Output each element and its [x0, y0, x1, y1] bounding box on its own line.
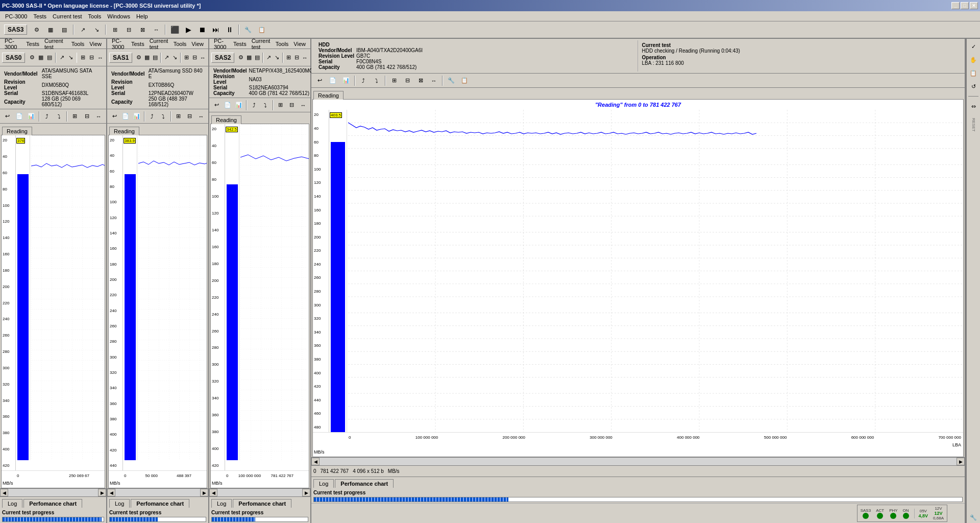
skip-button[interactable]: ⏭ [210, 23, 222, 36]
p3-menu-view[interactable]: View [291, 40, 308, 48]
p3-scroll-track[interactable] [217, 489, 302, 496]
p1-menu-tests[interactable]: Tests [23, 40, 42, 48]
p2-t2-1[interactable]: ↩ [109, 110, 119, 123]
menu-current-test[interactable]: Current test [50, 12, 85, 20]
p3-tb6[interactable]: ⊞ [285, 52, 292, 64]
p1-tb1[interactable]: ⚙ [28, 52, 36, 64]
menu-pc3000[interactable]: PC-3000 [2, 12, 30, 20]
close-button[interactable]: ✕ [970, 2, 978, 9]
p1-tb8[interactable]: ↔ [96, 52, 104, 64]
p4-t2-7[interactable]: ⊟ [401, 75, 413, 87]
p2-t2-3[interactable]: 📊 [132, 110, 142, 123]
minimize-button[interactable]: _ [951, 2, 960, 9]
p1-t2-4[interactable]: ⤴ [42, 110, 53, 123]
tb-icon-9[interactable]: ↔ [150, 23, 162, 36]
p1-tb4[interactable]: ↗ [58, 52, 66, 64]
menu-tools[interactable]: Tools [85, 12, 105, 20]
panel1-log-tab[interactable]: Log [2, 499, 22, 508]
p4-t2-2[interactable]: 📄 [327, 75, 339, 87]
p3-t2-8[interactable]: ↔ [298, 99, 308, 111]
p4-t2-4[interactable]: ⤴ [357, 75, 370, 87]
p1-t2-7[interactable]: ⊟ [81, 110, 92, 123]
panel4-reading-tab[interactable]: Reading [313, 91, 344, 100]
panel2-reading-tab[interactable]: Reading [109, 127, 139, 135]
p1-menu-view[interactable]: View [87, 40, 104, 48]
play-button[interactable]: ▶ [182, 23, 194, 36]
p2-menu-view[interactable]: View [189, 40, 206, 48]
p3-t2-3[interactable]: 📊 [234, 99, 244, 111]
right-icon-2[interactable]: ✋ [968, 54, 979, 65]
p1-scroll-track[interactable] [8, 489, 98, 496]
p4-t2-8[interactable]: ⊠ [414, 75, 427, 87]
p4-t2-6[interactable]: ⊞ [388, 75, 400, 87]
p2-scroll-track[interactable] [115, 489, 200, 496]
p2-t2-7[interactable]: ⊟ [185, 110, 195, 123]
right-icon-3[interactable]: 📋 [968, 67, 979, 79]
p2-t2-5[interactable]: ⤵ [158, 110, 168, 123]
panel4-scrollbar[interactable]: ◀ ▶ [311, 457, 965, 465]
right-icon-4[interactable]: ⇔ [968, 101, 979, 112]
panel2-log-tab[interactable]: Log [109, 499, 130, 508]
panel3-log-tab[interactable]: Log [211, 499, 232, 508]
p3-tb1[interactable]: ⚙ [237, 52, 244, 64]
p3-t2-1[interactable]: ↩ [211, 99, 222, 111]
p4-t2-9[interactable]: ↔ [428, 75, 440, 87]
p1-tb6[interactable]: ⊞ [79, 52, 87, 64]
p1-t2-6[interactable]: ⊞ [69, 110, 80, 123]
p2-t2-8[interactable]: ↔ [196, 110, 206, 123]
panel3-reading-tab[interactable]: Reading [211, 115, 241, 124]
p1-scroll-right[interactable]: ▶ [98, 489, 106, 496]
p4-scroll-left[interactable]: ◀ [311, 458, 320, 465]
right-icon-reset[interactable]: ↺ [968, 81, 979, 92]
panel3-perf-tab[interactable]: Perfomance chart [233, 499, 291, 508]
tb-icon-2[interactable]: ▦ [44, 23, 57, 36]
p3-t2-6[interactable]: ⊞ [276, 99, 286, 111]
pause-button[interactable]: ⏸ [224, 23, 236, 36]
panel4-perf-tab[interactable]: Perfomance chart [335, 479, 394, 488]
p3-tb3[interactable]: ▤ [254, 52, 261, 64]
p1-tb7[interactable]: ⊟ [88, 52, 95, 64]
p3-t2-4[interactable]: ⤴ [249, 99, 259, 111]
p1-menu-tools[interactable]: Tools [69, 40, 87, 48]
p4-scroll-right[interactable]: ▶ [957, 458, 965, 465]
p2-tb7[interactable]: ⊟ [191, 52, 199, 64]
p1-tb5[interactable]: ↘ [67, 52, 75, 64]
p2-tb5[interactable]: ↘ [172, 52, 179, 64]
p4-t2-11[interactable]: 📋 [458, 75, 471, 87]
p1-scroll-left[interactable]: ◀ [0, 489, 8, 496]
p4-scroll-track[interactable] [320, 458, 957, 465]
p3-tb5[interactable]: ↘ [274, 52, 281, 64]
p3-tb4[interactable]: ↗ [265, 52, 273, 64]
right-icon-1[interactable]: ✓ [968, 41, 979, 52]
p2-tb3[interactable]: ▤ [152, 52, 159, 64]
p2-tb2[interactable]: ▦ [143, 52, 151, 64]
p2-scroll-left[interactable]: ◀ [107, 489, 115, 496]
menu-help[interactable]: Help [133, 12, 151, 20]
tb-icon-5[interactable]: ↘ [90, 23, 103, 36]
tb-icon-6[interactable]: ⊞ [109, 23, 121, 36]
p4-t2-1[interactable]: ↩ [313, 75, 326, 87]
p3-t2-7[interactable]: ⊟ [287, 99, 297, 111]
p3-tb7[interactable]: ⊟ [293, 52, 301, 64]
p1-t2-5[interactable]: ⤵ [54, 110, 64, 123]
right-icon-settings[interactable]: 🔧 [968, 512, 979, 523]
p2-menu-tests[interactable]: Tests [129, 40, 147, 48]
panel3-scrollbar[interactable]: ◀ ▶ [209, 488, 310, 496]
p2-t2-2[interactable]: 📄 [120, 110, 131, 123]
panel4-log-tab[interactable]: Log [313, 479, 334, 488]
p3-menu-tests[interactable]: Tests [231, 40, 249, 48]
p3-scroll-right[interactable]: ▶ [302, 489, 310, 496]
tb-icon-3[interactable]: ▤ [58, 23, 70, 36]
p4-t2-3[interactable]: 📊 [340, 75, 352, 87]
tb-icon-1[interactable]: ⚙ [31, 23, 43, 36]
p3-tb2[interactable]: ▦ [246, 52, 253, 64]
tb-icon-8[interactable]: ⊠ [136, 23, 149, 36]
p2-tb4[interactable]: ↗ [163, 52, 170, 64]
stop-button[interactable]: ⏹ [196, 23, 208, 36]
tb-icon-10[interactable]: ⬛ [168, 23, 181, 36]
p4-t2-5[interactable]: ⤵ [371, 75, 383, 87]
p3-t2-2[interactable]: 📄 [223, 99, 233, 111]
panel2-perf-tab[interactable]: Perfomance chart [131, 499, 189, 508]
p2-tb1[interactable]: ⚙ [135, 52, 142, 64]
p1-t2-3[interactable]: 📊 [26, 110, 37, 123]
